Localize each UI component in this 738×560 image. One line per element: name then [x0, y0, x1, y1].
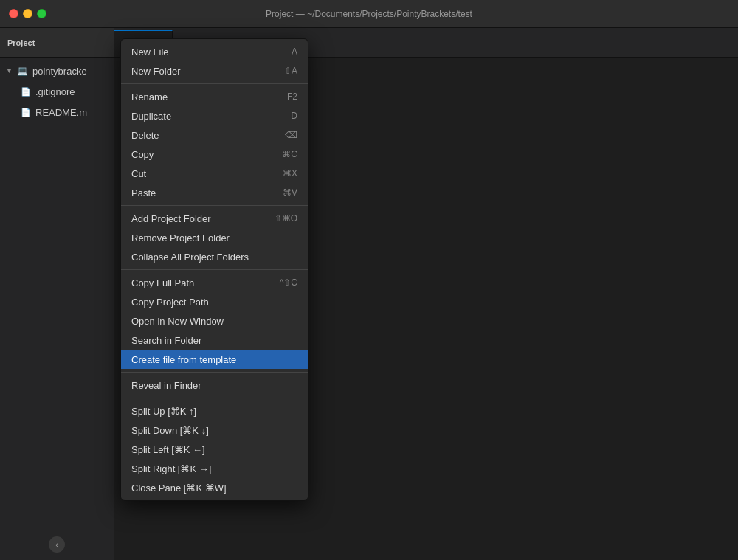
menu-item-label: Cut [131, 168, 146, 179]
menu-item-duplicate[interactable]: DuplicateD [121, 106, 308, 125]
menu-item-label: Delete [131, 130, 159, 141]
menu-item-copy[interactable]: Copy⌘C [121, 145, 308, 164]
computer-icon: 💻 [17, 66, 28, 76]
menu-item-collapse-all-project-folders[interactable]: Collapse All Project Folders [121, 247, 308, 266]
file-icon: 📄 [21, 108, 31, 117]
chevron-left-icon: ‹ [55, 541, 58, 549]
menu-item-label: Close Pane [⌘K ⌘W] [131, 483, 227, 494]
main-layout: Project ▼ 💻 pointybracke 📄 .gitignore 📄 … [0, 28, 738, 560]
file-icon: 📄 [21, 87, 31, 97]
sidebar-item-project-root[interactable]: ▼ 💻 pointybracke [0, 61, 114, 81]
menu-item-shortcut: ⌘V [283, 187, 297, 198]
menu-item-label: Split Down [⌘K ↓] [131, 425, 209, 436]
menu-item-split-down-k-[interactable]: Split Down [⌘K ↓] [121, 421, 308, 440]
menu-item-copy-project-path[interactable]: Copy Project Path [121, 292, 308, 311]
menu-item-label: Copy [131, 149, 154, 160]
menu-item-label: Create file from template [131, 354, 236, 365]
menu-item-label: Rename [131, 91, 168, 103]
menu-item-label: Copy Full Path [131, 277, 194, 288]
menu-separator [121, 372, 308, 373]
sidebar-item-gitignore[interactable]: 📄 .gitignore [0, 81, 114, 102]
sidebar-item-readme[interactable]: 📄 README.m [0, 102, 114, 122]
menu-item-shortcut: ⌘C [282, 149, 297, 159]
menu-item-new-folder[interactable]: New Folder⇧A [121, 61, 308, 80]
menu-item-shortcut: F2 [287, 91, 297, 102]
window-title: Project — ~/Documents/Projects/PointyBra… [266, 9, 472, 19]
menu-item-label: Duplicate [131, 111, 171, 122]
menu-item-label: Split Up [⌘K ↑] [131, 406, 196, 417]
maximize-button[interactable] [37, 9, 46, 18]
traffic-lights [0, 9, 46, 18]
menu-item-shortcut: D [291, 111, 297, 121]
menu-separator [121, 398, 308, 398]
menu-separator [121, 269, 308, 270]
menu-item-label: Open in New Window [131, 316, 224, 327]
menu-item-split-right-k-[interactable]: Split Right [⌘K →] [121, 459, 308, 478]
menu-item-paste[interactable]: Paste⌘V [121, 183, 308, 202]
menu-item-shortcut: ⇧⌘O [275, 213, 297, 224]
menu-item-label: New File [131, 46, 169, 58]
menu-item-new-file[interactable]: New FileA [121, 42, 308, 61]
sidebar: Project ▼ 💻 pointybracke 📄 .gitignore 📄 … [0, 28, 114, 560]
menu-item-label: Remove Project Folder [131, 232, 230, 243]
project-root-name: pointybracke [32, 66, 87, 77]
menu-separator [121, 205, 308, 206]
menu-item-shortcut: ⌫ [285, 130, 297, 140]
menu-item-label: Copy Project Path [131, 297, 209, 308]
menu-separator [121, 83, 308, 84]
menu-item-label: New Folder [131, 66, 180, 77]
menu-item-shortcut: A [292, 46, 297, 57]
menu-item-open-in-new-window[interactable]: Open in New Window [121, 311, 308, 331]
sidebar-header: Project [0, 28, 114, 58]
menu-item-label: Collapse All Project Folders [131, 252, 249, 263]
sidebar-collapse-button[interactable]: ‹ [49, 536, 65, 553]
menu-item-shortcut: ⇧A [284, 66, 297, 76]
menu-item-cut[interactable]: Cut⌘X [121, 164, 308, 183]
readme-filename: README.m [35, 107, 87, 118]
menu-item-add-project-folder[interactable]: Add Project Folder⇧⌘O [121, 209, 308, 228]
menu-item-label: Paste [131, 187, 156, 198]
menu-item-label: Split Right [⌘K →] [131, 463, 211, 474]
menu-item-label: Reveal in Finder [131, 380, 201, 391]
menu-item-delete[interactable]: Delete⌫ [121, 125, 308, 145]
titlebar: Project — ~/Documents/Projects/PointyBra… [0, 0, 738, 28]
sidebar-content: ▼ 💻 pointybracke 📄 .gitignore 📄 README.m [0, 58, 114, 560]
menu-item-remove-project-folder[interactable]: Remove Project Folder [121, 228, 308, 247]
menu-item-create-file-from-template[interactable]: Create file from template [121, 350, 308, 369]
menu-item-label: Add Project Folder [131, 213, 211, 224]
menu-item-search-in-folder[interactable]: Search in Folder [121, 331, 308, 350]
context-menu: New FileANew Folder⇧ARenameF2DuplicateDD… [120, 38, 308, 501]
chevron-down-icon: ▼ [6, 67, 13, 75]
menu-item-close-pane-k-w[interactable]: Close Pane [⌘K ⌘W] [121, 478, 308, 497]
menu-item-shortcut: ⌘X [283, 168, 297, 179]
menu-item-label: Search in Folder [131, 335, 201, 346]
menu-item-split-up-k-[interactable]: Split Up [⌘K ↑] [121, 401, 308, 421]
menu-item-label: Split Left [⌘K ←] [131, 444, 205, 455]
menu-item-rename[interactable]: RenameF2 [121, 87, 308, 106]
menu-item-shortcut: ^⇧C [280, 277, 297, 288]
gitignore-filename: .gitignore [35, 86, 75, 97]
close-button[interactable] [9, 9, 18, 18]
menu-item-copy-full-path[interactable]: Copy Full Path^⇧C [121, 273, 308, 292]
minimize-button[interactable] [23, 9, 32, 18]
menu-item-split-left-k-[interactable]: Split Left [⌘K ←] [121, 440, 308, 459]
menu-item-reveal-in-finder[interactable]: Reveal in Finder [121, 376, 308, 395]
